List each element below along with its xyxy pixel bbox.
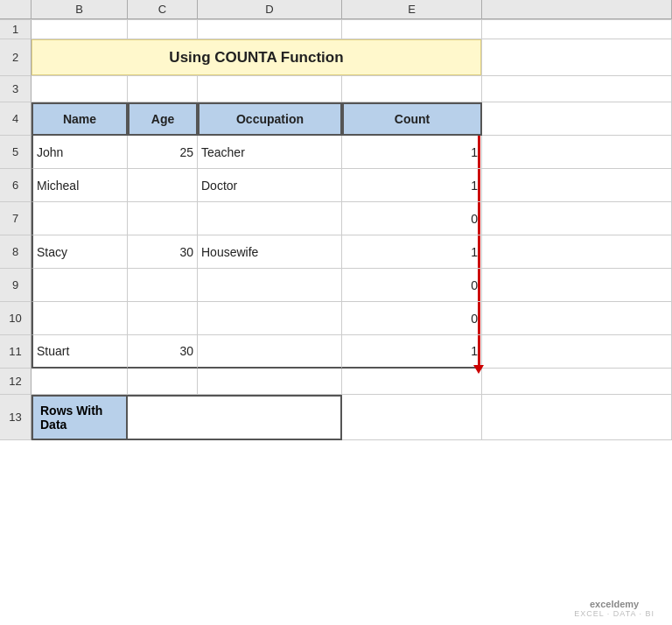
red-line-11 xyxy=(478,335,480,367)
cell-d4-header[interactable]: Occupation xyxy=(198,102,342,136)
row-header-6: 6 xyxy=(0,169,32,202)
cell-c12[interactable] xyxy=(128,369,198,395)
title-text: Using COUNTA Function xyxy=(169,49,343,67)
cell-b1[interactable] xyxy=(32,20,128,39)
cell-e12[interactable] xyxy=(342,369,482,395)
row-1: 1 xyxy=(0,20,672,39)
cell-b9[interactable] xyxy=(32,269,128,302)
cell-e6[interactable]: 1 xyxy=(342,169,482,202)
row-header-12: 12 xyxy=(0,369,32,395)
cell-d8[interactable]: Housewife xyxy=(198,235,342,269)
watermark-sub: EXCEL · DATA · BI xyxy=(574,609,654,618)
corner-cell xyxy=(0,0,32,19)
title-banner: Using COUNTA Function xyxy=(32,39,481,75)
row-11: 11 Stuart 30 1 xyxy=(0,335,672,369)
cell-rest-12[interactable] xyxy=(482,369,672,395)
cell-rest-13[interactable] xyxy=(482,395,672,440)
col-header-rest xyxy=(482,0,672,19)
column-headers: B C D E xyxy=(0,0,672,20)
row-13: 13 Rows With Data xyxy=(0,395,672,440)
cell-e9[interactable]: 0 xyxy=(342,269,482,302)
row-header-8: 8 xyxy=(0,235,32,269)
cell-c8[interactable]: 30 xyxy=(128,235,198,269)
cell-d11[interactable] xyxy=(198,335,342,369)
cell-e13[interactable] xyxy=(342,395,482,440)
row-6: 6 Micheal Doctor 1 xyxy=(0,169,672,202)
row-header-4: 4 xyxy=(0,102,32,136)
cell-c10[interactable] xyxy=(128,302,198,335)
cell-e3[interactable] xyxy=(342,76,482,102)
row-header-7: 7 xyxy=(0,202,32,235)
cell-b5[interactable]: John xyxy=(32,136,128,169)
row-10: 10 0 xyxy=(0,302,672,335)
cell-c9[interactable] xyxy=(128,269,198,302)
cell-b3[interactable] xyxy=(32,76,128,102)
cell-c7[interactable] xyxy=(128,202,198,235)
cell-b6[interactable]: Micheal xyxy=(32,169,128,202)
rows-with-data-label[interactable]: Rows With Data xyxy=(32,395,128,440)
row-header-9: 9 xyxy=(0,269,32,302)
spreadsheet: B C D E 1 2 Using COUNTA Function 3 4 xyxy=(0,0,672,625)
red-line-8 xyxy=(478,235,480,268)
cell-e8[interactable]: 1 xyxy=(342,235,482,269)
col-header-c: C xyxy=(128,0,198,19)
row-header-13: 13 xyxy=(0,395,32,440)
red-line-10 xyxy=(478,302,480,334)
cell-b10[interactable] xyxy=(32,302,128,335)
cell-d6[interactable]: Doctor xyxy=(198,169,342,202)
cell-e1[interactable] xyxy=(342,20,482,39)
cell-e5[interactable]: 1 xyxy=(342,136,482,169)
row-3: 3 xyxy=(0,76,672,102)
cell-e7[interactable]: 0 xyxy=(342,202,482,235)
red-line-5 xyxy=(478,136,480,168)
row-header-2: 2 xyxy=(0,39,32,76)
row-header-1: 1 xyxy=(0,20,32,39)
cell-rest-3[interactable] xyxy=(482,76,672,102)
cell-b4-header[interactable]: Name xyxy=(32,102,128,136)
cell-rest-10[interactable] xyxy=(482,302,672,335)
row-4: 4 Name Age Occupation Count xyxy=(0,102,672,136)
row-header-11: 11 xyxy=(0,335,32,369)
cell-rest-9[interactable] xyxy=(482,269,672,302)
cell-c5[interactable]: 25 xyxy=(128,136,198,169)
watermark-brand: exceldemy xyxy=(574,599,654,609)
cell-rest-5[interactable] xyxy=(482,136,672,169)
cell-b8[interactable]: Stacy xyxy=(32,235,128,269)
row-12: 12 xyxy=(0,369,672,395)
cell-d7[interactable] xyxy=(198,202,342,235)
cell-rest-4[interactable] xyxy=(482,102,672,136)
col-header-b: B xyxy=(32,0,128,19)
cell-b11[interactable]: Stuart xyxy=(32,335,128,369)
row-5: 5 John 25 Teacher 1 xyxy=(0,136,672,169)
cell-rest-6[interactable] xyxy=(482,169,672,202)
cell-d12[interactable] xyxy=(198,369,342,395)
cell-d3[interactable] xyxy=(198,76,342,102)
cell-c11[interactable]: 30 xyxy=(128,335,198,369)
cell-e10[interactable]: 0 xyxy=(342,302,482,335)
cell-e4-header[interactable]: Count xyxy=(342,102,482,136)
cell-b12[interactable] xyxy=(32,369,128,395)
cell-b7[interactable] xyxy=(32,202,128,235)
cell-title[interactable]: Using COUNTA Function xyxy=(32,39,482,76)
cell-c6[interactable] xyxy=(128,169,198,202)
cell-c4-header[interactable]: Age xyxy=(128,102,198,136)
cell-c3[interactable] xyxy=(128,76,198,102)
watermark: exceldemy EXCEL · DATA · BI xyxy=(574,599,654,618)
row-8: 8 Stacy 30 Housewife 1 xyxy=(0,235,672,269)
cell-d10[interactable] xyxy=(198,302,342,335)
red-line-7 xyxy=(478,202,480,235)
cell-rest-11[interactable] xyxy=(482,335,672,369)
col-header-d: D xyxy=(198,0,342,19)
cell-rest-7[interactable] xyxy=(482,202,672,235)
cell-rest-8[interactable] xyxy=(482,235,672,269)
row-header-5: 5 xyxy=(0,136,32,169)
cell-d9[interactable] xyxy=(198,269,342,302)
cell-rest-1[interactable] xyxy=(482,20,672,39)
rows-with-data-value-cell[interactable] xyxy=(128,395,342,440)
red-line-9 xyxy=(478,269,480,301)
cell-e11[interactable]: 1 xyxy=(342,335,482,369)
cell-d1[interactable] xyxy=(198,20,342,39)
cell-rest-2[interactable] xyxy=(482,39,672,76)
cell-c1[interactable] xyxy=(128,20,198,39)
cell-d5[interactable]: Teacher xyxy=(198,136,342,169)
